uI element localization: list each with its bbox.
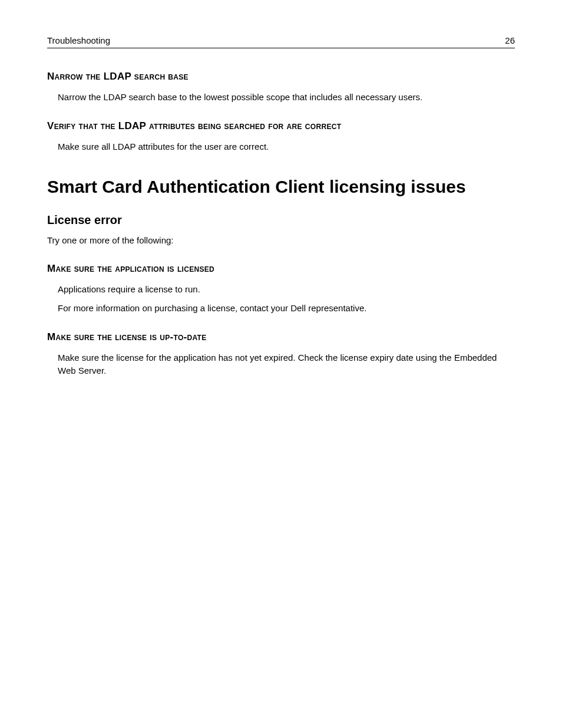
body-verify-ldap: Make sure all LDAP attributes for the us… <box>58 140 515 153</box>
section-license-uptodate: Make sure the license is up-to-date Make… <box>47 331 515 377</box>
heading-verify-ldap: Verify that the LDAP attributes being se… <box>47 120 515 132</box>
heading-license-uptodate: Make sure the license is up-to-date <box>47 331 515 343</box>
intro-license-error: Try one or more of the following: <box>47 234 515 247</box>
section-verify-ldap: Verify that the LDAP attributes being se… <box>47 120 515 153</box>
section-app-licensed: Make sure the application is licensed Ap… <box>47 263 515 315</box>
header-page-number: 26 <box>505 35 515 45</box>
header-section-title: Troubleshooting <box>47 35 110 45</box>
body-narrow-ldap: Narrow the LDAP search base to the lowes… <box>58 91 515 104</box>
main-title: Smart Card Authentication Client licensi… <box>47 177 515 197</box>
document-page: Troubleshooting 26 Narrow the LDAP searc… <box>0 0 562 728</box>
body-app-licensed-1: Applications require a license to run. <box>58 283 515 296</box>
heading-license-error: License error <box>47 213 515 227</box>
section-narrow-ldap: Narrow the LDAP search base Narrow the L… <box>47 71 515 104</box>
body-license-uptodate: Make sure the license for the applicatio… <box>58 351 515 377</box>
heading-narrow-ldap: Narrow the LDAP search base <box>47 71 515 83</box>
page-header: Troubleshooting 26 <box>47 35 515 48</box>
body-app-licensed-2: For more information on purchasing a lic… <box>58 302 515 315</box>
heading-app-licensed: Make sure the application is licensed <box>47 263 515 275</box>
